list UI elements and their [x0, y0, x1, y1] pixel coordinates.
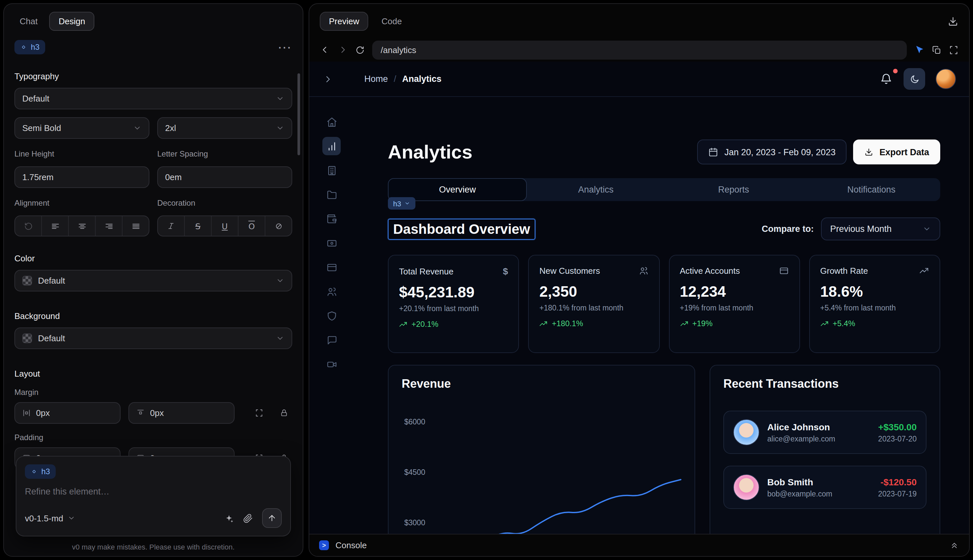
fullscreen-button[interactable] [949, 45, 959, 55]
tab-code[interactable]: Code [374, 12, 410, 30]
refresh-button[interactable] [355, 45, 365, 55]
strikethrough-icon: S [195, 221, 200, 231]
refine-prompt-input[interactable] [25, 487, 282, 497]
margin-x-input[interactable]: 0px [14, 402, 120, 424]
no-decoration-button[interactable] [265, 216, 292, 236]
underline-button[interactable]: U [211, 216, 238, 236]
reset-alignment-button[interactable] [15, 216, 41, 236]
sidebar-item-security[interactable] [322, 307, 341, 325]
none-icon [274, 222, 283, 230]
chevron-down-icon [276, 94, 284, 103]
font-size-select[interactable]: 2xl [157, 117, 292, 139]
refresh-icon [355, 45, 365, 55]
tab-design[interactable]: Design [50, 12, 94, 31]
bell-icon [880, 72, 893, 85]
chevron-right-icon [322, 74, 333, 84]
download-icon [948, 15, 959, 27]
y-axis-tick: $6000 [404, 418, 425, 426]
inspect-button[interactable] [914, 45, 925, 55]
notifications-button[interactable] [880, 72, 893, 85]
model-selector[interactable]: v0-1.5-md [25, 513, 75, 523]
url-input[interactable] [372, 40, 907, 59]
sparkles-icon[interactable] [224, 513, 234, 523]
align-left-button[interactable] [41, 216, 68, 236]
align-center-button[interactable] [68, 216, 95, 236]
preview-panel: Preview Code Home / Analytics [309, 3, 970, 557]
font-family-select[interactable]: Default [14, 88, 292, 109]
chevron-down-icon [133, 124, 142, 132]
theme-toggle-button[interactable] [903, 68, 925, 90]
paperclip-icon[interactable] [243, 513, 253, 523]
overline-button[interactable]: O [238, 216, 265, 236]
download-icon [864, 147, 873, 157]
chevron-left-icon [320, 45, 330, 55]
align-justify-icon [131, 222, 140, 230]
decoration-label: Decoration [157, 198, 292, 208]
copy-button[interactable] [932, 45, 941, 55]
design-panel: Chat Design h3 ··· Typography Default Se… [3, 3, 304, 557]
stat-card-total-revenue: Total Revenue$ $45,231.89 +20.1% from la… [388, 255, 519, 353]
user-avatar[interactable] [936, 69, 956, 89]
compare-period-select[interactable]: Previous Month [821, 217, 940, 240]
avatar [733, 419, 759, 445]
italic-button[interactable] [158, 216, 184, 236]
sidebar-item-analytics[interactable] [322, 137, 341, 155]
sidebar-item-projects[interactable] [322, 185, 341, 204]
letter-spacing-label: Letter Spacing [157, 149, 292, 158]
forward-button[interactable] [337, 45, 348, 55]
background-select[interactable]: Default [14, 327, 292, 349]
credit-card-icon [779, 266, 789, 276]
more-options-button[interactable]: ··· [279, 42, 292, 53]
selected-tag-chip[interactable]: h3 [388, 197, 416, 210]
v0-workspace: Chat Design h3 ··· Typography Default Se… [0, 0, 973, 560]
trending-up-icon [680, 319, 688, 328]
chevron-down-icon [276, 334, 284, 343]
transactions-title: Recent Transactions [723, 377, 926, 391]
trending-up-icon [820, 319, 829, 328]
panel-scrollbar[interactable] [297, 73, 300, 155]
letter-spacing-input[interactable] [157, 167, 292, 188]
font-weight-select[interactable]: Semi Bold [14, 117, 149, 139]
send-button[interactable] [262, 508, 282, 528]
stat-card-active-accounts: Active Accounts 12,234 +19% from last mo… [669, 255, 800, 353]
expand-console-button[interactable] [950, 540, 959, 550]
y-axis-tick: $3000 [404, 519, 425, 527]
tab-preview[interactable]: Preview [320, 12, 369, 30]
revenue-line-chart [440, 403, 683, 534]
margin-y-input[interactable]: 0px [129, 402, 235, 424]
line-height-label: Line Height [14, 149, 149, 158]
selected-element-badge[interactable]: h3 [14, 40, 45, 54]
sidebar-item-payments[interactable] [322, 234, 341, 252]
sidebar-item-wallet[interactable] [322, 210, 341, 228]
expand-margin-button[interactable] [250, 405, 267, 422]
export-data-button[interactable]: Export Data [853, 140, 940, 164]
breadcrumb-home-link[interactable]: Home [364, 74, 388, 84]
align-right-button[interactable] [95, 216, 122, 236]
download-button[interactable] [948, 15, 959, 27]
sidebar-item-video[interactable] [322, 355, 341, 373]
strikethrough-button[interactable]: S [184, 216, 211, 236]
underline-icon: U [222, 221, 228, 231]
sidebar-item-home[interactable] [322, 113, 341, 131]
tab-chat[interactable]: Chat [14, 12, 43, 30]
back-button[interactable] [320, 45, 330, 55]
console-bar[interactable]: > Console [309, 534, 969, 556]
sidebar-item-messages[interactable] [322, 331, 341, 349]
background-section-label: Background [14, 311, 292, 321]
lock-margin-button[interactable] [275, 405, 292, 422]
transaction-amount: -$120.50 [878, 477, 917, 487]
align-justify-button[interactable] [122, 216, 149, 236]
sidebar-toggle-button[interactable] [322, 74, 333, 84]
section-heading-selected[interactable]: Dashboard Overview [388, 218, 535, 239]
transaction-amount: +$350.00 [878, 422, 917, 432]
transaction-row: Bob Smith bob@example.com -$120.50 2023-… [723, 466, 926, 509]
date-range-picker[interactable]: Jan 20, 2023 - Feb 09, 2023 [697, 140, 846, 164]
color-select[interactable]: Default [14, 270, 292, 292]
sidebar-item-cards[interactable] [322, 258, 341, 277]
line-height-input[interactable] [14, 167, 149, 188]
sidebar-item-customers[interactable] [322, 282, 341, 301]
transaction-row: Alice Johnson alice@example.com +$350.00… [723, 411, 926, 454]
trending-up-icon [399, 320, 407, 328]
refine-element-badge[interactable]: h3 [25, 464, 56, 479]
sidebar-item-organization[interactable] [322, 161, 341, 180]
